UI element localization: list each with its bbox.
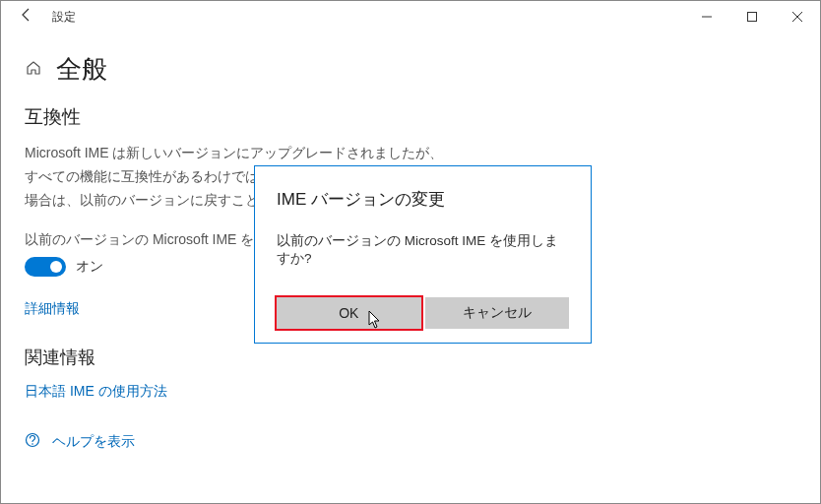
ok-button[interactable]: OK [277,297,421,329]
confirmation-dialog: IME バージョンの変更 以前のバージョンの Microsoft IME を使用… [254,165,592,344]
help-icon [25,432,40,451]
cancel-button[interactable]: キャンセル [425,297,570,329]
dialog-buttons: OK キャンセル [277,297,569,329]
maximize-button[interactable] [729,1,775,32]
page-header: 全般 [25,52,796,87]
toggle-state: オン [76,258,103,276]
dialog-title: IME バージョンの変更 [277,188,569,211]
back-button[interactable] [9,7,44,27]
page-title: 全般 [56,52,107,87]
dialog-message: 以前のバージョンの Microsoft IME を使用しますか? [277,232,569,268]
toggle-knob [50,261,62,273]
window-controls [684,1,820,32]
related-link[interactable]: 日本語 IME の使用方法 [25,383,796,401]
window-title: 設定 [52,9,76,26]
home-icon[interactable] [25,59,42,81]
svg-point-5 [32,444,33,446]
section-heading-related: 関連情報 [25,346,796,369]
svg-rect-1 [748,13,757,22]
help-row[interactable]: ヘルプを表示 [25,432,796,451]
section-heading-compat: 互換性 [25,104,796,130]
minimize-button[interactable] [684,1,729,32]
help-link: ヘルプを表示 [52,433,135,451]
close-button[interactable] [775,1,820,32]
toggle-switch[interactable] [25,257,66,277]
